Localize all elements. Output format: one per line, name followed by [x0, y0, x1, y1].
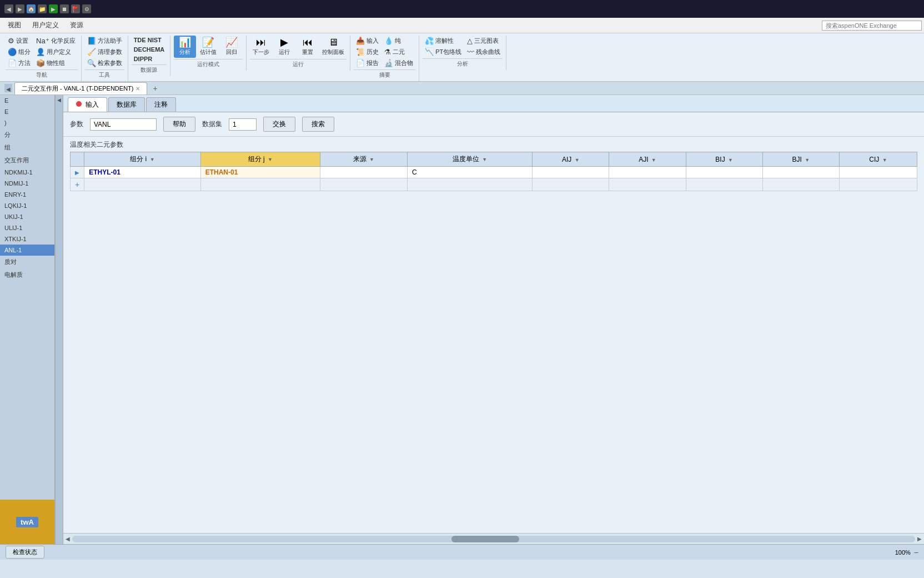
tab-close-btn[interactable]: ✕ [135, 86, 140, 92]
col-comp-i[interactable]: 组分 i ▼ [84, 152, 200, 167]
ribbon-btn-method[interactable]: 📄 方法 [6, 58, 33, 68]
stop-icon[interactable]: ⏹ [60, 4, 69, 13]
ribbon-btn-binary[interactable]: ⚗ 二元 [382, 47, 415, 57]
cell-temp-unit[interactable]: C [407, 167, 532, 178]
exchange-button[interactable]: 交换 [263, 117, 295, 132]
sidebar-item-e2[interactable]: E [0, 106, 54, 117]
param-input[interactable] [90, 118, 157, 131]
ribbon-btn-run[interactable]: ▶ 运行 [273, 36, 295, 58]
sidebar-item-ukij[interactable]: UKIJ-1 [0, 211, 54, 222]
ribbon-btn-method-helper[interactable]: 📘 方法助手 [85, 36, 124, 46]
cell-cij[interactable] [839, 167, 917, 178]
col-aij[interactable]: AIJ ▼ [533, 152, 609, 167]
ribbon-btn-solubility[interactable]: 💦 溶解性 [423, 36, 464, 46]
ribbon-btn-clean-params[interactable]: 🧹 清理参数 [85, 47, 124, 57]
ribbon-btn-dippr[interactable]: DIPPR [132, 54, 167, 63]
home-icon[interactable]: 🏠 [27, 4, 36, 13]
ribbon-btn-residue[interactable]: 〰 残余曲线 [465, 47, 503, 57]
sidebar-item-xtkij[interactable]: XTKIJ-1 [0, 233, 54, 245]
col-aij-sort[interactable]: ▼ [575, 157, 580, 163]
ribbon-btn-estimate[interactable]: 📝 估计值 [197, 36, 219, 58]
flag-icon[interactable]: 🚩 [71, 4, 80, 13]
col-aji-sort[interactable]: ▼ [651, 157, 656, 163]
ribbon-btn-analysis[interactable]: 📊 分析 [174, 36, 196, 58]
ribbon-btn-reset[interactable]: ⏮ 重置 [297, 36, 319, 58]
sidebar-collapse-btn[interactable]: ◀ [4, 84, 12, 92]
sidebar-item-e1[interactable]: E [0, 95, 54, 106]
cell-aji[interactable] [609, 167, 686, 178]
cell-comp-j[interactable]: ETHAN-01 [200, 167, 320, 178]
col-bji-sort[interactable]: ▼ [805, 157, 810, 163]
cell-comp-i[interactable]: ETHYL-01 [84, 167, 200, 178]
ribbon-btn-report[interactable]: 📄 报告 [354, 58, 381, 68]
col-source-sort[interactable]: ▼ [369, 157, 374, 162]
sidebar-item-zu[interactable]: 组 [0, 141, 54, 154]
cell-source[interactable] [320, 167, 407, 178]
cell-bij[interactable] [686, 167, 762, 178]
col-comp-j-sort[interactable]: ▼ [268, 157, 273, 162]
col-comp-j[interactable]: 组分 j ▼ [200, 152, 320, 167]
cell-aij[interactable] [533, 167, 609, 178]
ribbon-btn-reactions[interactable]: Na⁺ 化学反应 [34, 36, 78, 46]
cell-bji[interactable] [762, 167, 839, 178]
sidebar-item-lqkij[interactable]: LQKIJ-1 [0, 200, 54, 211]
zoom-out-btn[interactable]: − [914, 548, 918, 557]
menu-view[interactable]: 视图 [2, 18, 27, 32]
collapse-handle[interactable]: ◀ [56, 95, 63, 544]
sidebar-item-dianjiezhi[interactable]: 电解质 [0, 268, 54, 281]
ribbon-btn-components[interactable]: 🔵 组分 [6, 47, 33, 57]
col-bij[interactable]: BIJ ▼ [686, 152, 762, 167]
h-scroll-thumb[interactable] [451, 536, 519, 542]
ribbon-btn-mixture[interactable]: 🔬 混合物 [382, 58, 415, 68]
settings-icon[interactable]: ⚙ [82, 4, 91, 13]
menu-resources[interactable]: 资源 [64, 18, 89, 32]
help-button[interactable]: 帮助 [163, 117, 195, 132]
dataset-input[interactable] [229, 118, 257, 131]
sidebar-item-ndkmij[interactable]: NDKMIJ-1 [0, 167, 54, 178]
search-input-top[interactable] [822, 21, 922, 31]
tab-add-btn[interactable]: + [149, 83, 160, 94]
sub-tab-input[interactable]: 输入 [68, 97, 107, 112]
ribbon-btn-retrieve-params[interactable]: 🔍 检索参数 [85, 58, 124, 68]
ribbon-btn-user-define[interactable]: 👤 用户定义 [34, 47, 78, 57]
menu-user-define[interactable]: 用户定义 [27, 18, 64, 32]
check-status-btn[interactable]: 检查状态 [6, 546, 44, 559]
ribbon-btn-next[interactable]: ⏭ 下一步 [250, 36, 272, 58]
nav-back-icon[interactable]: ◀ [4, 4, 13, 13]
run-icon[interactable]: ▶ [49, 4, 58, 13]
ribbon-btn-prop-set[interactable]: 📦 物性组 [34, 58, 78, 68]
ribbon-btn-control-panel[interactable]: 🖥 控制面板 [320, 36, 346, 58]
col-aji[interactable]: AJI ▼ [609, 152, 686, 167]
sub-tab-notes[interactable]: 注释 [146, 97, 176, 112]
sub-tab-database[interactable]: 数据库 [108, 97, 145, 112]
row-expand-btn[interactable]: ▶ [71, 167, 84, 178]
sidebar-item-ndmij[interactable]: NDMIJ-1 [0, 178, 54, 189]
col-temp-unit-sort[interactable]: ▼ [482, 157, 487, 162]
folder-icon[interactable]: 📁 [38, 4, 47, 13]
ribbon-btn-pure[interactable]: 💧 纯 [382, 36, 415, 46]
search-button[interactable]: 搜索 [302, 117, 334, 132]
ribbon-btn-pt-envelope[interactable]: 📉 PT包络线 [423, 47, 464, 57]
ribbon-btn-nist[interactable]: TDE NIST [132, 36, 167, 44]
sidebar-item-anl[interactable]: ANL-1 [0, 245, 54, 256]
h-scroll[interactable] [72, 536, 915, 542]
col-comp-i-sort[interactable]: ▼ [150, 157, 155, 162]
scroll-right-arrow[interactable]: ▶ [917, 536, 922, 542]
col-cij-sort[interactable]: ▼ [882, 157, 887, 163]
col-bji[interactable]: BJI ▼ [762, 152, 839, 167]
ribbon-btn-settings[interactable]: ⚙ 设置 [6, 36, 33, 46]
scroll-left-arrow[interactable]: ◀ [66, 536, 70, 542]
sidebar-item-paren[interactable]: ) [0, 117, 54, 128]
sidebar-item-zhidui[interactable]: 质对 [0, 256, 54, 268]
sidebar-item-enry[interactable]: ENRY-1 [0, 189, 54, 200]
nav-forward-icon[interactable]: ▶ [16, 4, 24, 13]
col-bij-sort[interactable]: ▼ [728, 157, 733, 163]
sidebar-item-fen[interactable]: 分 [0, 128, 54, 141]
sidebar-item-ulij[interactable]: ULIJ-1 [0, 222, 54, 233]
ribbon-btn-ternary[interactable]: △ 三元图表 [465, 36, 503, 46]
window-tab-main[interactable]: 二元交互作用 - VANL-1 (T-DEPENDENT) ✕ [14, 82, 147, 94]
ribbon-btn-input[interactable]: 📥 输入 [354, 36, 381, 46]
col-cij[interactable]: CIJ ▼ [839, 152, 917, 167]
add-row-cell1[interactable] [84, 178, 200, 191]
col-source[interactable]: 来源 ▼ [320, 152, 407, 167]
